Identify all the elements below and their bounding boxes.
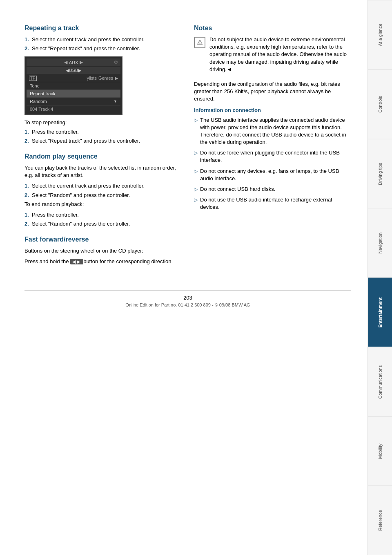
bullet-item-1: ▷ Do not use force when plugging the con… xyxy=(194,149,351,164)
bullet-arrow-0: ▷ xyxy=(194,117,198,146)
page-footer: 203 Online Edition for Part no. 01 41 2 … xyxy=(24,290,351,307)
sidebar-tab-mobility[interactable]: Mobility xyxy=(368,416,392,486)
section3-text2: Press and hold the ◀ ▶ button for the co… xyxy=(24,258,182,265)
sidebar-tab-navigation[interactable]: Navigation xyxy=(368,208,392,278)
footer-text: Online Edition for Part no. 01 41 2 600 … xyxy=(24,302,351,307)
section1-title: Repeating a track xyxy=(24,25,182,32)
ff-button-icon: ◀ ▶ xyxy=(70,259,83,264)
step1-2: 2. Select "Repeat track" and press the c… xyxy=(24,45,182,52)
page-number: 203 xyxy=(24,295,351,301)
aux-item-repeat: Repeat track xyxy=(27,90,120,98)
section3-text1: Buttons on the steering wheel or on the … xyxy=(24,247,182,255)
bullet-arrow-1: ▷ xyxy=(194,150,198,164)
bullet-item-0: ▷ The USB audio interface supplies the c… xyxy=(194,116,351,146)
bullet-arrow-2: ▷ xyxy=(194,168,198,182)
aux-item-tone: Tone xyxy=(27,82,120,90)
stop-step1: 1. Press the controller. xyxy=(24,128,182,136)
stop-step2: 2. Select "Repeat track" and press the c… xyxy=(24,137,182,145)
stop-text: To stop repeating: xyxy=(24,119,182,126)
sidebar-tab-reference[interactable]: Reference xyxy=(368,486,392,555)
step1-1: 1. Select the current track and press th… xyxy=(24,36,182,43)
warning-icon: ⚠ xyxy=(194,37,205,48)
end-step2: 2. Select "Random" and press the control… xyxy=(24,220,182,228)
notes-title: Notes xyxy=(194,25,351,32)
warning-text: Do not subject the audio device to extre… xyxy=(209,36,351,73)
warning-box: ⚠ Do not subject the audio device to ext… xyxy=(194,36,351,76)
bullet-item-3: ▷ Do not connect USB hard disks. xyxy=(194,186,351,193)
info-connection-title: Information on connection xyxy=(194,107,351,113)
random-step1: 1. Select the current track and press th… xyxy=(24,182,182,190)
connection-bullets: ▷ The USB audio interface supplies the c… xyxy=(194,116,351,211)
bullet-arrow-3: ▷ xyxy=(194,186,198,193)
sidebar-tab-driving-tips[interactable]: Driving tips xyxy=(368,139,392,208)
notes-para: Depending on the configuration of the au… xyxy=(194,81,351,103)
section3-title: Fast forward/reverse xyxy=(24,236,182,243)
bullet-item-4: ▷ Do not use the USB audio interface to … xyxy=(194,196,351,211)
sidebar-tab-controls[interactable]: Controls xyxy=(368,69,392,139)
sidebar-tab-entertainment[interactable]: Entertainment xyxy=(368,278,392,347)
bullet-arrow-4: ▷ xyxy=(194,197,198,211)
random-step2: 2. Select "Random" and press the control… xyxy=(24,192,182,199)
sidebar-tab-communications[interactable]: Communications xyxy=(368,347,392,416)
sidebar-tab-at-a-glance[interactable]: At a glance xyxy=(368,0,392,69)
bullet-item-2: ▷ Do not connect any devices, e.g. fans … xyxy=(194,168,351,182)
aux-item-track: 004 Track 4 xyxy=(27,105,120,113)
sidebar: At a glance Controls Driving tips Naviga… xyxy=(368,0,392,555)
end-random-text: To end random playback: xyxy=(24,201,182,208)
aux-item-random: Random xyxy=(27,98,120,105)
end-step1: 1. Press the controller. xyxy=(24,211,182,219)
aux-screen-image: ◀ AUX ▶ ⚙ ◀ USB ▶ TP ylists G xyxy=(24,56,122,115)
section2-intro: You can play back the tracks of the sele… xyxy=(24,164,182,179)
section2-title: Random play sequence xyxy=(24,153,182,160)
